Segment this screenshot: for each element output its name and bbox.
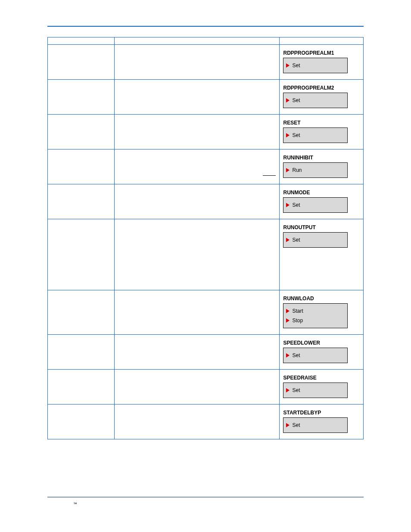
block-box: Set [283, 197, 348, 213]
block-pin: Set [283, 235, 347, 245]
block-pin-label: Set [292, 132, 300, 138]
block-diagram: RDPPROGPREALM1Set [283, 50, 360, 73]
block-box: Set [283, 58, 348, 73]
block-pin-label: Stop [292, 317, 303, 324]
table-row: RUNMODESet [48, 184, 364, 219]
param-desc-cell [114, 184, 280, 219]
block-diagram: RUNINHIBITRun [283, 155, 360, 178]
table-row: STARTDELBYPSet [48, 404, 364, 439]
block-title: RUNMODE [283, 190, 360, 196]
block-pin-label: Run [292, 167, 302, 173]
param-diagram-cell: RDPPROGPREALM1Set [280, 45, 364, 80]
trademark-symbol: ™ [73, 502, 77, 506]
param-name-cell [48, 115, 115, 149]
block-pin-label: Set [292, 237, 300, 243]
table-row: SPEEDRAISESet [48, 370, 364, 404]
block-title: RUNINHIBIT [283, 155, 360, 161]
block-title: STARTDELBYP [283, 410, 360, 416]
footer-rule [47, 497, 364, 498]
block-pin: Set [283, 200, 347, 210]
table-row [48, 37, 364, 45]
block-pin: Set [283, 420, 347, 430]
block-box: Set [283, 128, 348, 143]
block-title: SPEEDLOWER [283, 340, 360, 346]
block-pin-label: Set [292, 97, 300, 103]
block-diagram: SPEEDRAISESet [283, 375, 360, 398]
param-desc-cell [114, 80, 280, 115]
param-diagram-cell: RUNMODESet [280, 184, 364, 219]
param-name-cell [48, 80, 115, 115]
triangle-icon [286, 133, 290, 137]
param-diagram-cell: RUNWLOADStartStop [280, 290, 364, 335]
param-name-cell [48, 184, 115, 219]
param-desc-cell [114, 149, 280, 184]
block-box: Set [283, 348, 348, 363]
param-desc-cell [114, 115, 280, 149]
param-name-cell [48, 149, 115, 184]
table-row: RESETSet [48, 115, 364, 149]
param-name-cell [48, 45, 115, 80]
param-diagram-cell: RUNOUTPUTSet [280, 219, 364, 290]
triangle-icon [286, 238, 290, 242]
param-name-cell [48, 404, 115, 439]
block-diagram: RUNMODESet [283, 190, 360, 213]
page: RDPPROGPREALM1SetRDPPROGPREALM2SetRESETS… [0, 0, 411, 532]
block-pin: Set [283, 386, 347, 395]
block-pin: Start [283, 306, 347, 316]
block-pin: Set [283, 131, 347, 140]
param-diagram-cell: RESETSet [280, 115, 364, 149]
block-box: Run [283, 162, 348, 178]
triangle-icon [286, 63, 290, 68]
param-name-cell [48, 335, 115, 370]
param-desc-cell [114, 404, 280, 439]
table-row: RUNWLOADStartStop [48, 290, 364, 335]
param-desc-cell [114, 370, 280, 404]
triangle-icon [286, 318, 290, 323]
param-desc-cell [114, 335, 280, 370]
block-pin-label: Start [292, 308, 303, 314]
inline-rule [263, 175, 276, 176]
param-diagram-cell [280, 37, 364, 45]
block-diagram: RDPPROGPREALM2Set [283, 85, 360, 108]
triangle-icon [286, 203, 290, 207]
block-diagram: STARTDELBYPSet [283, 410, 360, 433]
block-pin-label: Set [292, 422, 300, 428]
block-pin: Set [283, 351, 347, 360]
param-name-cell [48, 219, 115, 290]
block-pin: Set [283, 96, 347, 105]
block-box: Set [283, 93, 348, 108]
block-pin: Stop [283, 316, 347, 325]
table-row: RDPPROGPREALM1Set [48, 45, 364, 80]
table-row: RUNINHIBITRun [48, 149, 364, 184]
block-box: StartStop [283, 303, 348, 328]
param-diagram-cell: RUNINHIBITRun [280, 149, 364, 184]
block-pin-label: Set [292, 202, 300, 208]
block-pin-label: Set [292, 62, 300, 68]
triangle-icon [286, 168, 290, 172]
param-desc-cell [114, 37, 280, 45]
block-pin-label: Set [292, 352, 300, 358]
block-diagram: RUNOUTPUTSet [283, 224, 360, 248]
param-diagram-cell: SPEEDLOWERSet [280, 335, 364, 370]
parameter-table: RDPPROGPREALM1SetRDPPROGPREALM2SetRESETS… [47, 37, 364, 439]
block-title: SPEEDRAISE [283, 375, 360, 381]
block-pin-label: Set [292, 387, 300, 393]
triangle-icon [286, 98, 290, 103]
table-row: RUNOUTPUTSet [48, 219, 364, 290]
triangle-icon [286, 388, 290, 392]
param-desc-cell [114, 45, 280, 80]
param-name-cell [48, 370, 115, 404]
block-title: RUNWLOAD [283, 296, 360, 302]
block-title: RDPPROGPREALM1 [283, 50, 360, 56]
param-diagram-cell: SPEEDRAISESet [280, 370, 364, 404]
block-box: Set [283, 417, 348, 433]
top-rule [47, 26, 364, 27]
param-desc-cell [114, 219, 280, 290]
block-diagram: RUNWLOADStartStop [283, 296, 360, 328]
block-box: Set [283, 383, 348, 398]
param-desc-cell [114, 290, 280, 335]
triangle-icon [286, 309, 290, 313]
triangle-icon [286, 353, 290, 358]
block-diagram: RESETSet [283, 120, 360, 143]
block-pin: Set [283, 61, 347, 70]
